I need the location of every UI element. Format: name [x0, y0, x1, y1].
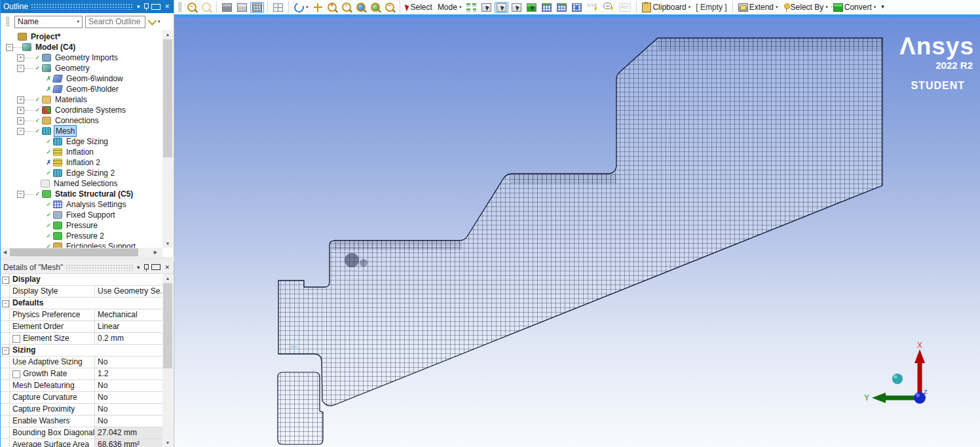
mesh-body-holder[interactable]	[278, 38, 882, 406]
tree-item-geom-6-window[interactable]: ✗Geom-6\window	[1, 73, 162, 84]
clipboard-menu[interactable]: Clipboard▾	[640, 1, 692, 14]
tree-item-pressure-2[interactable]: ✓Pressure 2	[1, 231, 162, 241]
outline-horizontal-scrollbar[interactable]: ◀ ▶	[1, 248, 162, 257]
selection-utility-icon[interactable]	[464, 2, 478, 13]
select-element-face-filter-icon[interactable]	[555, 2, 569, 13]
tree-item-edge-sizing-2[interactable]: ✓Edge Sizing 2	[1, 168, 162, 178]
shaded-view-cube-icon[interactable]	[220, 2, 234, 13]
select-body-filter-icon[interactable]	[525, 2, 538, 13]
tree-item-edge-sizing[interactable]: ✓Edge Sizing	[1, 136, 162, 147]
property-value-cell[interactable]: No	[95, 357, 162, 368]
outline-close-icon[interactable]: ✕	[163, 3, 171, 10]
mode-menu[interactable]: Mode▾	[436, 1, 464, 13]
select-vertex-filter-icon[interactable]	[480, 2, 493, 13]
property-value-cell[interactable]: No	[95, 416, 162, 427]
toolbar-drag-handle[interactable]	[178, 2, 181, 12]
details-vertical-scrollbar[interactable]: ▲ ▼	[162, 274, 173, 447]
outline-pin-icon[interactable]	[143, 3, 149, 10]
expand-box-icon[interactable]: +	[17, 107, 24, 114]
filter-field-combo[interactable]: Name ▾	[14, 16, 83, 28]
extend-menu[interactable]: Extend▾	[736, 1, 780, 13]
orientation-triad[interactable]: X Y Z	[864, 341, 928, 404]
collapse-box-icon[interactable]: −	[17, 65, 24, 72]
property-value-cell[interactable]: Mechanical	[95, 309, 162, 321]
collapse-box-icon[interactable]: −	[2, 277, 9, 284]
select-edge-filter-icon[interactable]	[495, 2, 508, 13]
property-value-cell[interactable]: Use Geometry Se...	[95, 286, 162, 297]
property-value-cell[interactable]: 0.2 mm	[95, 333, 162, 344]
select-by-menu[interactable]: Select By▾	[782, 1, 830, 13]
tree-item-static-structural-c5[interactable]: −✓Static Structural (C5)	[1, 189, 162, 199]
scroll-up-icon[interactable]: ▲	[162, 274, 173, 282]
tree-item-frictionless-support[interactable]: ✓Frictionless Support	[1, 241, 162, 248]
show-mesh-icon[interactable]	[250, 2, 264, 13]
viewport-canvas[interactable]: X Y Z	[174, 17, 980, 447]
coordinates-pick-icon[interactable]	[585, 2, 600, 13]
details-pin-icon[interactable]	[143, 263, 149, 271]
select-menu[interactable]: Select	[404, 1, 434, 13]
toolbar-overflow-icon[interactable]	[879, 3, 890, 12]
property-value-cell[interactable]: No	[95, 392, 162, 403]
collapse-box-icon[interactable]: −	[17, 191, 24, 198]
property-value-cell[interactable]: No	[95, 380, 162, 391]
convert-menu[interactable]: Convert▾	[831, 1, 878, 13]
viewports-icon[interactable]	[271, 2, 285, 13]
collapse-box-icon[interactable]: −	[2, 300, 9, 307]
zoom-back-icon[interactable]	[185, 1, 198, 13]
scroll-up-icon[interactable]: ▲	[162, 30, 173, 39]
details-section-defaults[interactable]: −Defaults	[1, 298, 162, 309]
tree-item-named-selections[interactable]: Named Selections	[1, 178, 162, 189]
details-section-sizing[interactable]: −Sizing	[1, 345, 162, 357]
search-outline-input[interactable]	[85, 16, 145, 28]
rotate-icon[interactable]: ▾	[292, 1, 311, 14]
tree-item-model-c4[interactable]: −Model (C4)	[1, 42, 162, 52]
property-value-cell[interactable]: 1.2	[95, 368, 162, 379]
search-expand-chevron-icon[interactable]	[147, 16, 157, 26]
tree-item-project[interactable]: Project*	[1, 31, 162, 42]
zoom-out-icon[interactable]	[383, 1, 396, 13]
tree-item-fixed-support[interactable]: ✓Fixed Support	[1, 210, 162, 220]
details-maximize-icon[interactable]	[151, 264, 160, 270]
tree-item-inflation-2[interactable]: ✗Inflation 2	[1, 157, 162, 168]
zoom-in-icon[interactable]	[326, 1, 339, 13]
tree-item-inflation[interactable]: ✓Inflation	[1, 147, 162, 157]
details-close-icon[interactable]: ✕	[163, 263, 171, 271]
scroll-down-icon[interactable]: ▼	[162, 239, 173, 248]
outline-scroll-thumb[interactable]	[163, 39, 172, 157]
hit-point-coordinate-icon[interactable]	[601, 2, 616, 12]
outline-maximize-icon[interactable]	[151, 4, 160, 10]
tree-item-geometry-imports[interactable]: +✓Geometry Imports	[1, 52, 162, 63]
collapse-box-icon[interactable]: −	[6, 44, 13, 51]
wireframe-cube-icon[interactable]	[235, 2, 249, 13]
label-annotation-icon[interactable]	[617, 2, 633, 13]
iso-view-ball-icon[interactable]	[892, 374, 903, 384]
tree-item-pressure[interactable]: ✓Pressure	[1, 220, 162, 231]
filter-extra-caret-icon[interactable]: ▾	[158, 19, 160, 24]
mesh-body-window[interactable]	[278, 372, 323, 444]
details-menu-caret-icon[interactable]: ▾	[136, 263, 141, 271]
box-zoom-icon[interactable]	[340, 1, 353, 13]
graphics-viewport[interactable]: X Y Z Λnsys 2022 R2 STUDENT	[174, 17, 980, 447]
tree-item-coordinate-systems[interactable]: +✓Coordinate Systems	[1, 105, 162, 115]
expand-box-icon[interactable]: +	[17, 117, 24, 125]
zoom-fit-icon[interactable]	[354, 1, 368, 13]
outline-menu-caret-icon[interactable]: ▾	[136, 3, 141, 10]
select-face-filter-icon[interactable]	[510, 2, 523, 13]
zoom-globe-icon[interactable]	[369, 1, 382, 13]
tree-item-analysis-settings[interactable]: ✓Analysis Settings	[1, 199, 162, 210]
expand-box-icon[interactable]: +	[17, 54, 24, 62]
scroll-right-icon[interactable]: ▶	[151, 248, 160, 257]
select-element-filter-icon[interactable]	[570, 2, 584, 13]
collapse-box-icon[interactable]: −	[17, 128, 24, 135]
details-section-display[interactable]: −Display	[1, 274, 162, 286]
tree-item-geometry[interactable]: −✓Geometry	[1, 63, 162, 73]
outline-hscroll-thumb[interactable]	[10, 248, 138, 256]
scroll-left-icon[interactable]: ◀	[1, 248, 9, 257]
tree-item-geom-6-holder[interactable]: ✗Geom-6\holder	[1, 84, 162, 94]
tree-item-mesh[interactable]: −✓Mesh	[1, 126, 162, 136]
collapse-box-icon[interactable]: −	[2, 347, 9, 355]
zoom-forward-icon[interactable]	[200, 1, 213, 13]
tree-item-connections[interactable]: +✓Connections	[1, 115, 162, 126]
property-checkbox[interactable]	[12, 335, 20, 343]
property-checkbox[interactable]	[12, 370, 20, 378]
